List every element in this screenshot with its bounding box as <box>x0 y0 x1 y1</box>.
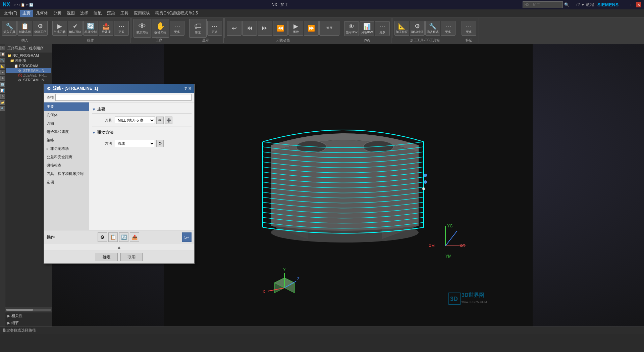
sidebar-icon-2[interactable]: 📋 <box>0 52 5 56</box>
tb-btn-more-feature[interactable]: ⋯更多 <box>462 21 476 36</box>
tree-streamline2[interactable]: ⚙ STREAMLIN... <box>6 78 51 82</box>
dialog-confirm-btn[interactable]: 确定 <box>96 253 118 261</box>
tb-btn-create-op[interactable]: ⚙创建工序 <box>33 21 48 36</box>
dialog-close-btn[interactable]: ✕ <box>188 86 192 91</box>
sidebar-icon-7[interactable]: 🔄 <box>0 82 5 87</box>
dialog-section-toolprog[interactable]: 刀具、程序和机床控制 <box>44 170 89 178</box>
tb-btn-machine[interactable]: 🔄机床控制 <box>83 21 98 36</box>
ops-btn-2[interactable]: 📋 <box>108 232 118 242</box>
tb-btn-more-ops[interactable]: ⋯更多 <box>114 21 129 36</box>
menu-home[interactable]: 主页 <box>20 10 33 17</box>
dialog-section-noncutting[interactable]: 非切削移动 <box>44 144 89 153</box>
dialog-cancel-btn[interactable]: 取消 <box>120 253 143 261</box>
section-detail[interactable]: ▶ 细节 <box>5 319 52 326</box>
tb-btn-create-geom[interactable]: 📋创建几何 <box>17 21 32 36</box>
dialog-method-settings-btn[interactable]: ⚙ <box>156 140 164 147</box>
sidebar-icon-10[interactable]: 📁 <box>0 100 5 105</box>
menu-modules[interactable]: 应用模块 <box>131 10 153 17</box>
menu-assembly[interactable]: 装配 <box>91 10 104 17</box>
tb-btn-postprocess[interactable]: 📤后处理 <box>99 21 113 36</box>
tb-btn-gen-path[interactable]: ▶生成刀轨 <box>52 21 67 36</box>
tb-btn-verify-feature[interactable]: ⚙确认特征 <box>410 21 425 36</box>
sidebar-icon-5[interactable]: ▶ <box>0 70 5 75</box>
tb-btn-more-ipw[interactable]: ⋯更多 <box>375 21 390 36</box>
tb-btn-more-show[interactable]: ⋯更多 <box>207 21 222 36</box>
dialog-section-collision[interactable]: 碰撞检查 <box>44 161 89 170</box>
ops-confirm-btn[interactable]: 5+ <box>182 232 192 242</box>
toolbar-group-anim-label: 刀轨动画 <box>276 38 290 43</box>
tb-btn-mfg-feature[interactable]: 📐加工特征 <box>394 21 409 36</box>
sidebar-icon-11[interactable]: 🔍 <box>0 106 5 111</box>
menu-yanxiu[interactable]: 燕秀CNC超级程式单2.5 <box>153 10 201 17</box>
menu-render[interactable]: 渲染 <box>104 10 118 17</box>
tb-btn-more-display[interactable]: ⋯更多 <box>170 21 184 36</box>
tb-btn-anim-next[interactable]: ⏭ <box>258 21 272 36</box>
section-related[interactable]: ▶ 相关性 <box>5 312 52 319</box>
tb-btn-more-gc[interactable]: ⋯更多 <box>441 21 455 36</box>
tb-btn-speed-slider[interactable]: 速度 <box>319 21 339 36</box>
menu-geometry[interactable]: 几何体 <box>33 10 51 17</box>
dialog-section-axis[interactable]: 刀轴 <box>44 119 89 128</box>
dialog-section-tolerance[interactable]: 公差和安全距离 <box>44 153 89 161</box>
dialog-section-feedrate[interactable]: 进给率和速度 <box>44 128 89 136</box>
tree-nc-program[interactable]: 📁 NC_PROGRAM <box>6 53 51 58</box>
dialog-collapse-arrow[interactable]: ▲ <box>44 244 194 251</box>
search-icon[interactable]: 🔍 <box>564 2 569 7</box>
dialog-tool-row: 刀具 MILL (铣刀-5 参 ✏ ➕ <box>92 117 192 124</box>
dialog-tool-new-btn[interactable]: ➕ <box>165 117 172 124</box>
ops-btn-3[interactable]: 🔄 <box>119 232 128 242</box>
maximize-button[interactable]: □ <box>629 2 635 7</box>
dialog-section-strategy[interactable]: 策略 <box>44 136 89 144</box>
global-search-input[interactable] <box>523 1 563 8</box>
menu-file[interactable]: 文件(F) <box>1 10 20 17</box>
ops-btn-1[interactable]: ⚙ <box>98 232 107 242</box>
ops-btn-4[interactable]: 📤 <box>130 232 139 242</box>
dialog-section-geometry[interactable]: 几何体 <box>44 111 89 119</box>
siemens-logo: SIEMENS <box>597 2 619 7</box>
tree-zlevel[interactable]: 🚫 ZLEVEL_PR... <box>6 73 51 78</box>
tree-unused[interactable]: 📁 未用项 <box>6 58 51 63</box>
tb-btn-anim-prev[interactable]: ⏮ <box>242 21 257 36</box>
dialog-search-input[interactable] <box>55 94 192 101</box>
dialog-method-select[interactable]: 流线区域铣削固定轮廓轮廓区域 <box>115 140 155 147</box>
scrollbar-area[interactable] <box>5 307 52 312</box>
sidebar-icon-3[interactable]: 🔧 <box>0 58 5 62</box>
tb-btn-insert-tool[interactable]: 🔧插入刀具 <box>2 21 17 36</box>
tb-btn-verify[interactable]: ✔确认刀轨 <box>68 21 83 36</box>
scrollbar-thumb[interactable] <box>6 309 33 311</box>
tb-btn-anim-back[interactable]: ↩ <box>227 21 241 36</box>
detail-expand-icon: ▶ <box>7 321 10 325</box>
tb-btn-show-ipw[interactable]: 👁显示IPW <box>344 21 359 36</box>
tb-btn-select-path[interactable]: ✋选择刀轨 <box>152 19 169 38</box>
tree-program[interactable]: 📋 PROGRAM <box>6 63 51 68</box>
dialog-tool-select[interactable]: MILL (铣刀-5 参 <box>115 117 155 124</box>
tb-btn-analyze-ipw[interactable]: 📊分析IPW <box>360 21 374 36</box>
toolbar-group-feature: ⋯更多 特征 <box>459 18 479 43</box>
dialog-tool-edit-btn[interactable]: ✏ <box>156 117 164 124</box>
menu-tools[interactable]: 工具 <box>118 10 131 17</box>
menu-view[interactable]: 视图 <box>64 10 77 17</box>
main-expand-icon[interactable]: ▼ <box>92 107 96 112</box>
sidebar-icon-9[interactable]: ⏱ <box>0 94 5 99</box>
sidebar-icon-6[interactable]: 👁 <box>0 76 5 81</box>
sidebar-icon-8[interactable]: 📊 <box>0 88 5 93</box>
sidebar-icon-4[interactable]: 📐 <box>0 64 5 69</box>
tb-btn-show[interactable]: 🏷显示 <box>189 19 207 38</box>
tb-btn-anim-ff[interactable]: ⏩ <box>304 21 319 36</box>
dialog-help-btn[interactable]: ? <box>184 86 187 91</box>
tree-streamline1[interactable]: ⚙ STREAMLIN... <box>6 68 51 73</box>
dialog-search-label: 查找 <box>47 95 54 100</box>
menu-select[interactable]: 选择 <box>77 10 91 17</box>
dialog-section-options[interactable]: 选项 <box>44 178 89 186</box>
minimize-button[interactable]: ─ <box>623 2 628 7</box>
menu-analysis[interactable]: 分析 <box>51 10 64 17</box>
drive-expand-icon[interactable]: ▼ <box>92 130 96 135</box>
sidebar-icon-1[interactable]: ⚙ <box>0 46 5 50</box>
tb-btn-anim-play[interactable]: ▶播放 <box>288 21 303 36</box>
tb-btn-verify-program[interactable]: 🔧确认程式 <box>425 21 440 36</box>
dialog-section-main[interactable]: 主要 <box>44 102 89 111</box>
tb-btn-anim-rewind[interactable]: ⏪ <box>273 21 288 36</box>
close-button[interactable]: ✕ <box>636 2 641 7</box>
tb-btn-show-path[interactable]: 👁显示刀轨 <box>133 19 151 38</box>
dialog-footer: 确定 取消 <box>44 251 194 263</box>
